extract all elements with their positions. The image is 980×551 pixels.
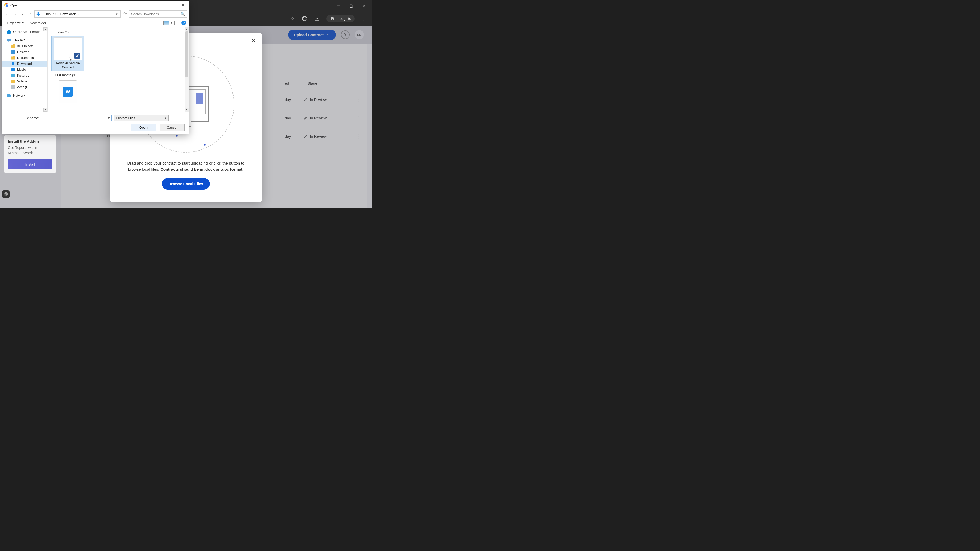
search-input[interactable] [131,12,181,16]
preview-pane-button[interactable] [174,21,180,25]
group-last-month[interactable]: ⌄Last month (1) [51,73,185,77]
filetype-label: Custom Files [116,116,135,120]
pc-icon [7,38,11,42]
modal-close-button[interactable]: ✕ [251,37,256,44]
svg-point-1 [5,193,6,195]
tree-scroll-up[interactable]: ▲ [43,27,48,32]
tree-3d-objects[interactable]: 3D Objects [2,43,48,49]
browser-menu-button[interactable]: ⋮ [361,16,366,22]
nav-up-button[interactable]: ↑ [27,11,33,17]
pictures-icon [11,74,15,77]
filetype-select[interactable]: Custom Files ▾ [114,114,169,121]
scroll-down-button[interactable]: ▼ [185,108,189,112]
chevron-down-icon: ▾ [165,116,166,120]
file-item[interactable]: W [51,79,84,105]
downloads-icon[interactable] [314,16,320,21]
modal-instructions: Drag and drop your contract to start upl… [120,160,251,172]
open-button[interactable]: Open [131,124,156,131]
address-bar[interactable]: › This PC › Downloads › ▾ [35,11,121,17]
tree-network[interactable]: Network [2,93,48,98]
download-icon [11,62,15,65]
tree-downloads[interactable]: Downloads [2,61,48,67]
scroll-thumb[interactable] [185,32,188,77]
support-button[interactable] [2,190,10,198]
breadcrumb-this-pc[interactable]: This PC [44,12,56,16]
cloud-icon [7,30,11,34]
wps-icon: W [63,87,73,97]
browser-chrome: ─ ▢ ✕ ☆ Incognito ⋮ [189,0,372,25]
group-today[interactable]: ⌄Today (1) [51,30,185,34]
minimize-button[interactable]: ─ [336,3,341,8]
dialog-footer: File name: ▾ Custom Files ▾ Open Cancel [2,112,189,134]
tree-documents[interactable]: Documents [2,55,48,61]
search-icon: 🔍 [181,12,185,16]
folder-icon [11,44,15,48]
maximize-button[interactable]: ▢ [348,3,354,8]
filename-combobox[interactable]: ▾ [41,114,111,121]
refresh-button[interactable]: ⟳ [122,11,128,16]
folder-tree: ▲ OneDrive - Person This PC 3D Objects D… [2,27,48,112]
browse-local-files-button[interactable]: Browse Local Files [162,178,210,189]
new-folder-button[interactable]: New folder [28,20,48,26]
file-list-scrollbar[interactable]: ▲ ▼ [185,27,189,112]
chevron-right-icon: › [58,13,59,15]
window-controls: ─ ▢ ✕ [336,3,366,8]
view-mode-dropdown[interactable]: ▼ [170,22,173,24]
organize-menu[interactable]: Organize ▼ [5,20,26,26]
address-dropdown[interactable]: ▾ [115,12,119,16]
chevron-down-icon: ▼ [22,22,24,24]
tree-videos[interactable]: Videos [2,78,48,84]
dialog-titlebar: Open ✕ [2,1,189,9]
extensions-icon[interactable] [302,16,307,21]
view-mode-button[interactable] [163,21,169,25]
network-icon [7,94,11,97]
tree-acer-c[interactable]: Acer (C:) [2,84,48,90]
close-window-button[interactable]: ✕ [361,3,366,8]
word-icon: W [74,52,80,59]
breadcrumb-downloads[interactable]: Downloads [60,12,76,16]
life-ring-icon [3,192,8,197]
scroll-up-button[interactable]: ▲ [185,27,189,32]
chevron-down-icon: ⌄ [51,74,53,76]
desktop-icon [11,50,15,54]
dialog-close-button[interactable]: ✕ [180,2,186,8]
folder-icon [11,79,15,83]
nav-forward-button[interactable]: → [11,11,18,17]
addin-desc: Get Reports within Microsoft Word! [8,145,52,156]
addin-title: Install the Add-in [8,139,52,143]
tree-onedrive[interactable]: OneDrive - Person [2,29,48,35]
tree-scroll-down[interactable]: ▼ [43,108,48,112]
file-thumbnail: W [59,80,77,103]
file-open-dialog: Open ✕ ← → ▾ ↑ › This PC › Downloads › ▾… [2,1,189,134]
filename-label: File name: [6,116,39,120]
nav-back-button[interactable]: ← [4,11,11,17]
nav-recent-dropdown[interactable]: ▾ [19,11,26,17]
file-robin-ai-sample[interactable]: W Robin AI Sample Contract [51,36,84,71]
tree-desktop[interactable]: Desktop [2,49,48,55]
tree-pictures[interactable]: Pictures [2,73,48,78]
incognito-badge[interactable]: Incognito [326,15,355,22]
dialog-toolbar: Organize ▼ New folder ▼ ? [2,19,189,27]
modal-text-bold: Contracts should be in .docx or .doc for… [161,167,244,171]
folder-icon [11,56,15,60]
music-icon [11,68,15,71]
chevron-down-icon: ⌄ [51,31,53,34]
incognito-icon [330,16,334,21]
downloads-folder-icon [36,12,40,16]
browser-toolbar: ☆ Incognito ⋮ [290,15,366,22]
drive-icon [11,86,15,89]
bookmark-star-icon[interactable]: ☆ [290,16,295,21]
filename-input[interactable] [41,116,107,120]
incognito-label: Incognito [337,17,351,21]
filename-dropdown[interactable]: ▾ [107,116,111,121]
addin-promo-card: Install the Add-in Get Reports within Mi… [4,135,56,173]
search-box[interactable]: 🔍 [129,11,187,17]
dialog-help-button[interactable]: ? [181,21,186,25]
dialog-nav: ← → ▾ ↑ › This PC › Downloads › ▾ ⟳ 🔍 [2,9,189,19]
cancel-button[interactable]: Cancel [159,124,185,131]
tree-this-pc[interactable]: This PC [2,37,48,43]
install-addin-button[interactable]: Install [8,159,52,169]
chrome-icon [4,3,8,7]
tree-music[interactable]: Music [2,67,48,73]
chevron-right-icon: › [78,13,79,15]
